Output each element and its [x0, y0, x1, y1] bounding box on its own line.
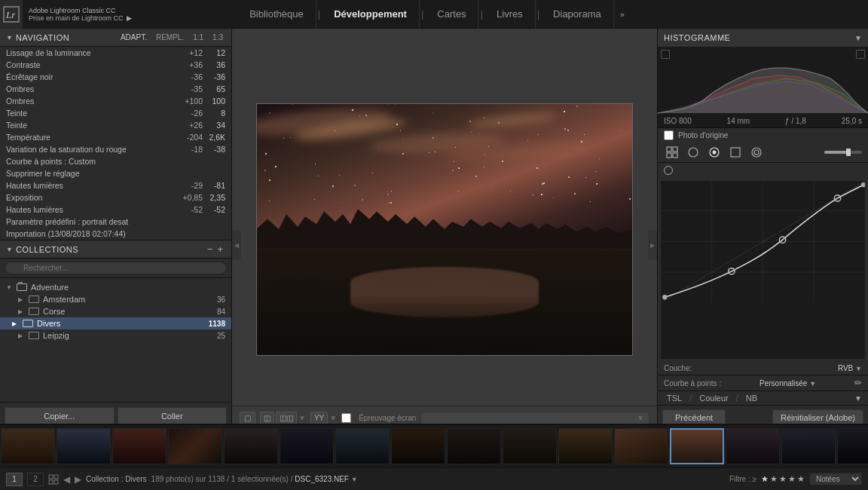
thumb-11[interactable] [558, 428, 613, 464]
tool-dot-circle-icon[interactable] [706, 145, 723, 159]
status-prev-nav[interactable]: ◀ [63, 474, 70, 485]
status-next-nav[interactable]: ▶ [75, 474, 81, 485]
toolbar-grid-btn[interactable]: ◫ [260, 412, 274, 424]
tab-diaporama[interactable]: Diaporama [541, 0, 614, 29]
app-logo: Lr [0, 0, 23, 29]
thumb-10[interactable] [503, 428, 557, 464]
tool-slider[interactable] [824, 151, 862, 154]
curve-type-select[interactable]: Personnalisée ▼ [760, 379, 816, 387]
softproof-dropdown[interactable]: ▼ [420, 412, 649, 424]
thumb-9[interactable] [447, 428, 501, 464]
status-tab-2[interactable]: 2 [27, 473, 44, 486]
curve-edit-icon[interactable]: ✏ [854, 378, 862, 388]
nav-row-supprimer: Supprimer le réglage [0, 167, 231, 179]
star-5[interactable]: ★ [797, 474, 805, 484]
toolbar-dropdown-1[interactable]: ▼ [298, 414, 306, 422]
star-1[interactable]: ★ [761, 474, 769, 484]
tool-square-icon[interactable] [727, 145, 744, 159]
star-4[interactable]: ★ [788, 474, 796, 484]
nav-btn-adapt[interactable]: ADAPT. [118, 32, 149, 42]
nav-row-saturation: Variation de la saturation du rouge -18 … [0, 143, 231, 155]
histogram-shadow-clip[interactable] [661, 50, 670, 59]
toolbar-yy-btn[interactable]: YY [310, 412, 328, 424]
toolbar-square-btn[interactable]: ▢ [240, 412, 255, 424]
histogram-dropdown[interactable]: ▼ [854, 34, 862, 42]
search-wrapper: 🔍 [5, 262, 227, 274]
thumb-3[interactable] [112, 428, 167, 464]
navigation-section: ▼ Navigation ADAPT. REMPL. 1:1 1:3 Lissa… [0, 29, 231, 240]
coll-expand-arrow[interactable]: ▼ [6, 246, 13, 253]
toolbar-dropdown-2[interactable]: ▼ [329, 414, 337, 422]
grid-view-icon[interactable] [48, 474, 59, 485]
tab-cartes[interactable]: Cartes [425, 0, 478, 29]
tab-livres[interactable]: Livres [484, 0, 536, 29]
copy-button[interactable]: Copier... [5, 407, 115, 425]
histogram-highlight-clip[interactable] [856, 50, 865, 59]
coll-divers[interactable]: ▶ Divers 1138 [0, 317, 231, 329]
tab-nb[interactable]: NB [743, 394, 760, 403]
status-filter-select[interactable]: Notées Rejetées Toutes [809, 473, 862, 485]
app-name-label: Adobe Lightroom Classic CC [29, 7, 132, 14]
tool-grid-icon[interactable] [664, 145, 680, 159]
coll-count-corse: 84 [217, 308, 225, 316]
nav-btn-1-3[interactable]: 1:3 [210, 32, 225, 42]
histogram-corner-icons [661, 50, 865, 59]
curve-channel-value[interactable]: RVB ▼ [838, 364, 862, 372]
photo-origin-checkbox[interactable] [664, 130, 674, 140]
thumb-1[interactable] [1, 428, 55, 464]
file-arrow-icon[interactable]: ▶ [127, 14, 132, 22]
tab-bibliotheque[interactable]: Bibliothèque [237, 0, 316, 29]
thumb-7[interactable] [335, 428, 390, 464]
tab-more[interactable]: » [614, 10, 631, 19]
color-tabs-dropdown[interactable]: ▼ [854, 394, 862, 403]
coll-leipzig[interactable]: ▶ Leipzig 25 [0, 329, 231, 341]
nav-expand-arrow[interactable]: ▼ [6, 34, 13, 41]
navigation-title: Navigation [16, 33, 118, 42]
tab-couleur[interactable]: Couleur [696, 394, 732, 403]
tool-circle-icon[interactable] [685, 145, 701, 159]
nav-sep-2: | [420, 8, 425, 20]
star-3[interactable]: ★ [779, 474, 787, 484]
coll-amsterdam[interactable]: ▶ Amsterdam 36 [0, 293, 231, 305]
nav-btn-rempl[interactable]: REMPL. [154, 32, 186, 42]
coll-corse[interactable]: ▶ Corse 84 [0, 305, 231, 317]
thumb-8[interactable] [391, 428, 445, 464]
thumb-12[interactable] [614, 428, 668, 464]
nav-btn-1-1[interactable]: 1:1 [191, 32, 206, 42]
left-panel-handle[interactable]: ◀ [232, 230, 241, 260]
thumb-16[interactable] [837, 428, 868, 464]
status-bar: 1 2 ◀ ▶ Collection : Divers 189 photo(s)… [0, 467, 868, 490]
histogram-header: Histogramme ▼ [658, 29, 868, 47]
thumb-6[interactable] [280, 428, 334, 464]
circle-indicator[interactable] [664, 166, 673, 175]
tab-tsl[interactable]: TSL [664, 394, 685, 403]
right-panel-handle[interactable]: ▶ [648, 230, 657, 260]
collections-add-btn[interactable]: + [215, 243, 225, 255]
star-2[interactable]: ★ [770, 474, 778, 484]
curve-channel-row: Couche: RVB ▼ [658, 362, 868, 375]
proof-checkbox[interactable] [341, 413, 351, 423]
collections-search-input[interactable] [5, 262, 227, 274]
paste-button[interactable]: Coller [118, 407, 228, 425]
filename-dropdown[interactable]: ▼ [351, 476, 358, 483]
collections-minus-btn[interactable]: − [205, 243, 215, 255]
histogram-info: ISO 800 14 mm ƒ / 1,8 25,0 s [658, 115, 868, 127]
hist-shutter: 25,0 s [842, 117, 862, 125]
thumb-13[interactable] [670, 428, 724, 464]
status-tab-1[interactable]: 1 [6, 473, 23, 486]
thumb-4[interactable] [168, 428, 222, 464]
left-panel: ▼ Navigation ADAPT. REMPL. 1:1 1:3 Lissa… [0, 29, 232, 430]
tab-developpement[interactable]: Développement [322, 0, 420, 29]
thumb-15[interactable] [781, 428, 836, 464]
thumb-5[interactable] [224, 428, 278, 464]
coll-name-adventure: Adventure [31, 283, 225, 292]
nav-header-buttons: ADAPT. REMPL. 1:1 1:3 [118, 32, 225, 42]
thumb-2[interactable] [57, 428, 111, 464]
svg-text:Lr: Lr [5, 9, 16, 20]
toolbar-grid-btn-2[interactable]: ◫◫ [276, 412, 297, 424]
coll-folder-adventure[interactable]: ▼ Adventure [0, 281, 231, 293]
tool-ring-icon[interactable] [748, 145, 765, 159]
proof-label: Épreuvage écran [359, 414, 416, 422]
thumb-14[interactable] [726, 428, 780, 464]
status-collection-label: Collection : Divers [86, 475, 147, 483]
